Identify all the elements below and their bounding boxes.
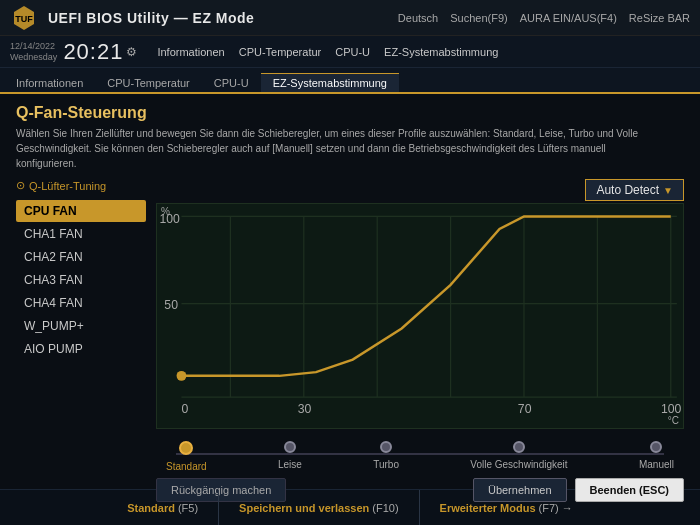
svg-text:30: 30 [298, 402, 312, 416]
main-content: Q-Fan-Steuerung Wählen Sie Ihren Ziellüf… [0, 94, 700, 489]
search-menu[interactable]: Suchen(F9) [450, 12, 507, 24]
speed-option-leise[interactable]: Leise [278, 441, 302, 472]
language-menu[interactable]: Deutsch [398, 12, 438, 24]
asus-logo-icon: TUF [10, 4, 38, 32]
f5-key-icon: Standard [127, 502, 175, 514]
nav-info[interactable]: Informationen [157, 46, 224, 58]
aura-menu[interactable]: AURA EIN/AUS(F4) [520, 12, 617, 24]
f7-key-icon: Erweiterter Modus [440, 502, 536, 514]
nav-ez-system[interactable]: EZ-Systemabstimmung [384, 46, 498, 58]
svg-text:100: 100 [661, 402, 682, 416]
clock-settings-icon[interactable]: ⚙ [126, 45, 137, 59]
clock-bar: 12/14/2022 Wednesday 20:21 ⚙ Information… [0, 36, 700, 68]
tab-ez-system[interactable]: EZ-Systemabstimmung [261, 73, 399, 92]
section-title: Q-Fan-Steuerung [16, 104, 684, 122]
speed-dot-standard[interactable] [179, 441, 193, 455]
clock-display: 20:21 [63, 39, 123, 65]
speed-dot-volle[interactable] [513, 441, 525, 453]
chart-svg: 0 30 70 100 100 50 [157, 204, 683, 428]
top-bar-menus: Deutsch Suchen(F9) AURA EIN/AUS(F4) ReSi… [398, 12, 690, 24]
tab-informationen[interactable]: Informationen [4, 73, 95, 92]
content-area: ⊙ Q-Lüfter-Tuning CPU FAN CHA1 FAN CHA2 … [16, 179, 684, 504]
fan-item-cha3[interactable]: CHA3 FAN [16, 269, 146, 291]
speed-dot-manuell[interactable] [650, 441, 662, 453]
nav-bar: Informationen CPU-Temperatur CPU-U EZ-Sy… [0, 68, 700, 94]
nav-cpu-temp[interactable]: CPU-Temperatur [239, 46, 322, 58]
resize-bar-menu[interactable]: ReSize BAR [629, 12, 690, 24]
footer-save[interactable]: Speichern und verlassen (F10) [219, 490, 420, 525]
speed-option-volle[interactable]: Volle Geschwindigkeit [470, 441, 567, 472]
auto-detect-button[interactable]: Auto Detect ▼ [585, 179, 684, 201]
fan-item-cpu[interactable]: CPU FAN [16, 200, 146, 222]
fan-list: CPU FAN CHA1 FAN CHA2 FAN CHA3 FAN CHA4 … [16, 200, 146, 360]
tuning-icon: ⊙ [16, 179, 25, 192]
svg-point-18 [177, 371, 187, 381]
speed-option-standard[interactable]: Standard [166, 441, 207, 472]
left-panel: ⊙ Q-Lüfter-Tuning CPU FAN CHA1 FAN CHA2 … [16, 179, 146, 504]
fan-item-wpump[interactable]: W_PUMP+ [16, 315, 146, 337]
speed-option-turbo[interactable]: Turbo [373, 441, 399, 472]
tab-cpu-u[interactable]: CPU-U [202, 73, 261, 92]
dropdown-arrow-icon: ▼ [663, 185, 673, 196]
section-description: Wählen Sie Ihren Ziellüfter und bewegen … [16, 126, 656, 171]
fan-item-aio[interactable]: AIO PUMP [16, 338, 146, 360]
footer-standard[interactable]: Standard (F5) [107, 490, 219, 525]
speed-dot-turbo[interactable] [380, 441, 392, 453]
svg-text:70: 70 [518, 402, 532, 416]
speed-dots: Standard Leise Turbo Volle Geschwindigke… [166, 441, 674, 472]
chart-x-label: °C [668, 415, 679, 426]
footer-advanced[interactable]: Erweiterter Modus (F7) → [420, 490, 593, 525]
fan-item-cha1[interactable]: CHA1 FAN [16, 223, 146, 245]
fan-item-cha2[interactable]: CHA2 FAN [16, 246, 146, 268]
right-panel: Auto Detect ▼ % °C [156, 179, 684, 504]
speed-dot-leise[interactable] [284, 441, 296, 453]
chart-header: Auto Detect ▼ [156, 179, 684, 201]
speed-option-manuell[interactable]: Manuell [639, 441, 674, 472]
speed-selector: Standard Leise Turbo Volle Geschwindigke… [156, 439, 684, 472]
svg-text:0: 0 [181, 402, 188, 416]
chart-y-label: % [161, 206, 170, 217]
tuning-label: ⊙ Q-Lüfter-Tuning [16, 179, 146, 192]
tab-cpu-temp[interactable]: CPU-Temperatur [95, 73, 202, 92]
date-display: 12/14/2022 Wednesday [10, 41, 57, 63]
svg-text:TUF: TUF [15, 14, 33, 24]
top-bar: TUF UEFI BIOS Utility — EZ Mode Deutsch … [0, 0, 700, 36]
bios-title: UEFI BIOS Utility — EZ Mode [48, 10, 254, 26]
fan-item-cha4[interactable]: CHA4 FAN [16, 292, 146, 314]
clock-bar-menus: Informationen CPU-Temperatur CPU-U EZ-Sy… [157, 46, 498, 58]
f10-key-icon: Speichern und verlassen [239, 502, 369, 514]
svg-text:50: 50 [164, 298, 178, 312]
nav-cpu-u[interactable]: CPU-U [335, 46, 370, 58]
fan-chart: % °C 0 30 [156, 203, 684, 429]
